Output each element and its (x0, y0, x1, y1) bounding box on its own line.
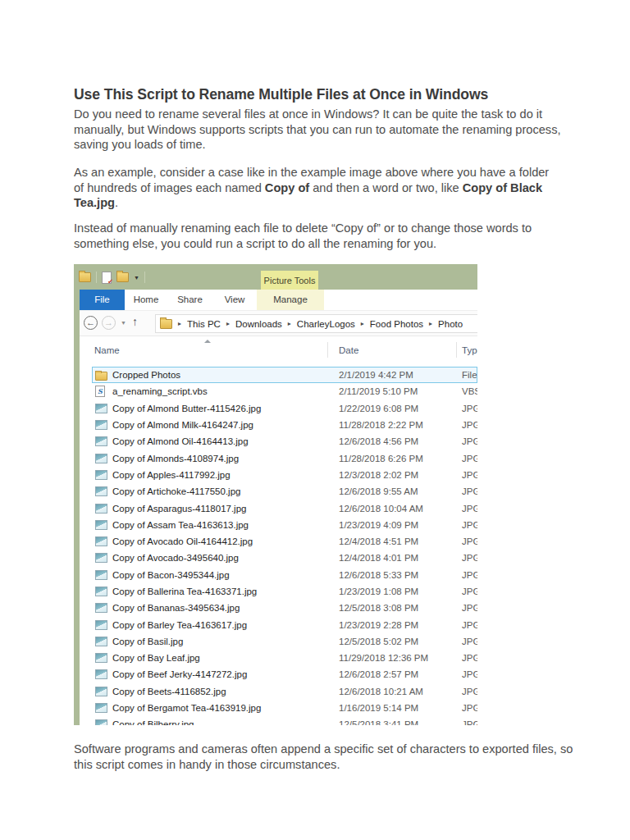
file-date: 12/4/2018 4:51 PM (339, 536, 462, 546)
file-date: 12/6/2018 10:21 AM (339, 687, 462, 696)
tab-home[interactable]: Home (125, 290, 167, 310)
recent-locations-chevron-icon[interactable]: ▼ (121, 320, 126, 326)
file-date: 11/28/2018 6:26 PM (339, 454, 462, 463)
image-icon (95, 503, 108, 514)
file-row[interactable]: Copy of Beef Jerky-4147272.jpg 12/6/2018… (80, 666, 477, 682)
address-bar[interactable]: ▸This PC▸Downloads▸CharleyLogos▸Food Pho… (155, 314, 477, 333)
file-type: JPG File (462, 536, 477, 546)
file-row[interactable]: Copy of Bacon-3495344.jpg 12/6/2018 5:33… (80, 567, 477, 583)
file-row[interactable]: a_renaming_script.vbs 2/11/2019 5:10 PM … (80, 383, 477, 399)
breadcrumb-item[interactable]: Photo (438, 319, 463, 329)
file-name: Copy of Barley Tea-4163617.jpg (112, 620, 339, 630)
column-header-row: Name Date Type (80, 338, 477, 363)
file-row[interactable]: Copy of Beets-4116852.jpg 12/6/2018 10:2… (80, 683, 477, 700)
address-bar-row: ← → ▼ ↑ ▸This PC▸Downloads▸CharleyLogos▸… (80, 310, 477, 336)
file-date: 2/11/2019 5:10 PM (339, 386, 462, 396)
image-icon (95, 602, 108, 614)
file-type: JPG File (462, 687, 477, 696)
column-divider[interactable] (456, 342, 457, 358)
column-header-name[interactable]: Name (94, 345, 120, 355)
breadcrumb-item[interactable]: Downloads (235, 319, 282, 329)
image-icon (95, 469, 108, 481)
file-name: Copy of Avocado-3495640.jpg (112, 553, 339, 563)
new-folder-icon[interactable] (116, 272, 129, 282)
file-type: JPG File (462, 570, 477, 580)
file-row[interactable]: Copy of Avocado Oil-4164412.jpg 12/4/201… (80, 533, 477, 550)
image-icon (95, 669, 108, 680)
file-date: 12/5/2018 3:41 PM (339, 719, 462, 725)
image-icon (95, 586, 108, 597)
column-divider[interactable] (327, 342, 328, 358)
column-header-date[interactable]: Date (339, 345, 358, 355)
file-type: JPG File (462, 454, 477, 463)
file-date: 12/3/2018 2:02 PM (339, 470, 462, 480)
breadcrumb-separator-icon: ▸ (429, 320, 432, 327)
file-date: 11/29/2018 12:36 PM (339, 653, 462, 663)
file-name: Copy of Bacon-3495344.jpg (112, 570, 339, 580)
file-name: Copy of Ballerina Tea-4163371.jpg (112, 587, 339, 596)
file-row[interactable]: Copy of Almond Butter-4115426.jpg 1/22/2… (80, 400, 477, 417)
breadcrumb-item[interactable]: CharleyLogos (297, 319, 355, 329)
file-list: Cropped Photos 2/1/2019 4:42 PM File fol… (80, 367, 477, 725)
file-date: 12/6/2018 5:33 PM (339, 570, 462, 580)
chevron-down-icon[interactable]: ▼ (134, 275, 139, 281)
file-date: 1/16/2019 5:14 PM (339, 703, 462, 713)
file-date: 12/4/2018 4:01 PM (339, 553, 462, 563)
file-row[interactable]: Copy of Bananas-3495634.jpg 12/5/2018 3:… (80, 600, 477, 616)
ribbon-tabs: File Home Share View Manage (80, 290, 477, 310)
file-type: JPG File (462, 470, 477, 480)
forward-button[interactable]: → (102, 316, 116, 330)
column-header-type[interactable]: Type (462, 345, 477, 355)
file-row[interactable]: Cropped Photos 2/1/2019 4:42 PM File fol… (92, 367, 477, 383)
file-row[interactable]: Copy of Bilberry.jpg 12/5/2018 3:41 PM J… (80, 716, 477, 725)
file-row[interactable]: Copy of Asparagus-4118017.jpg 12/6/2018 … (80, 500, 477, 516)
tab-file[interactable]: File (80, 290, 125, 310)
file-name: a_renaming_script.vbs (112, 386, 339, 396)
image-icon (95, 686, 108, 697)
file-row[interactable]: Copy of Bay Leaf.jpg 11/29/2018 12:36 PM… (80, 650, 477, 666)
file-date: 2/1/2019 4:42 PM (339, 370, 462, 380)
file-type: JPG File (462, 504, 477, 514)
file-type: JPG File (462, 669, 477, 679)
quick-access-toolbar: ▼ (79, 271, 145, 284)
file-type: JPG File (462, 404, 477, 413)
file-type: JPG File (462, 620, 477, 630)
breadcrumb-item[interactable]: Food Photos (370, 319, 423, 329)
file-row[interactable]: Copy of Bergamot Tea-4163919.jpg 1/16/20… (80, 700, 477, 716)
file-row[interactable]: Copy of Almond Oil-4164413.jpg 12/6/2018… (80, 433, 477, 450)
file-row[interactable]: Copy of Artichoke-4117550.jpg 12/6/2018 … (80, 483, 477, 500)
file-name: Copy of Almond Oil-4164413.jpg (112, 436, 339, 446)
file-row[interactable]: Copy of Assam Tea-4163613.jpg 1/23/2019 … (80, 517, 477, 533)
breadcrumb-item[interactable]: This PC (187, 319, 221, 329)
file-type: JPG File (462, 703, 477, 713)
folder-icon (160, 319, 172, 329)
file-type: JPG File (462, 637, 477, 646)
toolbar-separator (96, 272, 97, 283)
file-row[interactable]: Copy of Barley Tea-4163617.jpg 1/23/2019… (80, 616, 477, 632)
breadcrumb: ▸This PC▸Downloads▸CharleyLogos▸Food Pho… (172, 319, 463, 329)
file-date: 1/22/2019 6:08 PM (339, 404, 462, 413)
file-row[interactable]: Copy of Apples-4117992.jpg 12/3/2018 2:0… (80, 467, 477, 483)
file-name: Copy of Beef Jerky-4147272.jpg (112, 669, 339, 679)
file-row[interactable]: Copy of Basil.jpg 12/5/2018 5:02 PM JPG … (80, 633, 477, 650)
tab-share[interactable]: Share (167, 290, 212, 310)
properties-icon[interactable] (102, 272, 112, 284)
file-date: 11/28/2018 2:22 PM (339, 420, 462, 430)
image-icon (95, 702, 108, 714)
file-row[interactable]: Copy of Almonds-4108974.jpg 11/28/2018 6… (80, 450, 477, 466)
file-row[interactable]: Copy of Almond Milk-4164247.jpg 11/28/20… (80, 417, 477, 433)
image-icon (95, 453, 108, 464)
file-date: 12/5/2018 3:08 PM (339, 603, 462, 613)
tab-view[interactable]: View (212, 290, 257, 310)
image-icon (95, 619, 108, 631)
file-row[interactable]: Copy of Avocado-3495640.jpg 12/4/2018 4:… (80, 550, 477, 566)
tab-manage[interactable]: Manage (257, 290, 324, 310)
file-name: Copy of Avocado Oil-4164412.jpg (112, 536, 339, 546)
article-paragraph: As an example, consider a case like in t… (74, 165, 561, 212)
up-button[interactable]: ↑ (132, 315, 138, 328)
image-icon (95, 519, 108, 531)
file-name: Copy of Almonds-4108974.jpg (112, 454, 339, 463)
desktop-background-strip (74, 264, 80, 725)
back-button[interactable]: ← (84, 316, 98, 330)
file-row[interactable]: Copy of Ballerina Tea-4163371.jpg 1/23/2… (80, 583, 477, 600)
